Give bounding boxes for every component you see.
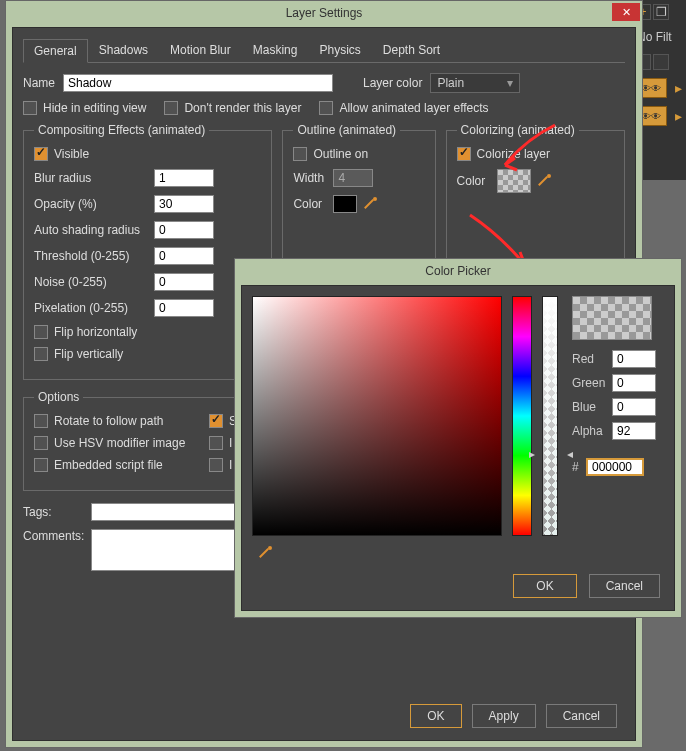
tab-bar: General Shadows Motion Blur Masking Phys… [23, 38, 625, 63]
eyedropper-icon[interactable] [256, 544, 274, 562]
colorize-layer-checkbox[interactable] [457, 147, 471, 161]
compositing-legend: Compositing Effects (animated) [34, 123, 209, 137]
tab-physics[interactable]: Physics [308, 38, 371, 62]
rotate-follow-label: Rotate to follow path [54, 414, 209, 428]
tab-depth-sort[interactable]: Depth Sort [372, 38, 451, 62]
pixelation-label: Pixelation (0-255) [34, 301, 154, 315]
current-color-swatch [572, 296, 652, 340]
threshold-input[interactable] [154, 247, 214, 265]
picker-cancel-button[interactable]: Cancel [589, 574, 660, 598]
hue-slider[interactable] [512, 296, 532, 536]
allow-animated-checkbox[interactable] [319, 101, 333, 115]
blur-radius-input[interactable] [154, 169, 214, 187]
color-picker-title: Color Picker [425, 264, 490, 278]
filter-label: No Filt [637, 30, 680, 44]
ok-button[interactable]: OK [410, 704, 461, 728]
red-label: Red [572, 352, 612, 366]
options-legend: Options [34, 390, 83, 404]
alpha-slider[interactable] [542, 296, 558, 536]
i-checkbox[interactable] [209, 436, 223, 450]
picker-ok-button[interactable]: OK [513, 574, 576, 598]
outline-color-swatch[interactable] [333, 195, 357, 213]
visible-label: Visible [54, 147, 89, 161]
auto-shading-input[interactable] [154, 221, 214, 239]
flip-v-checkbox[interactable] [34, 347, 48, 361]
i2-checkbox[interactable] [209, 458, 223, 472]
opacity-label: Opacity (%) [34, 197, 154, 211]
blue-input[interactable] [612, 398, 656, 416]
hide-in-editing-checkbox[interactable] [23, 101, 37, 115]
allow-animated-label: Allow animated layer effects [339, 101, 488, 115]
outline-width-input[interactable] [333, 169, 373, 187]
s-checkbox[interactable] [209, 414, 223, 428]
flip-h-checkbox[interactable] [34, 325, 48, 339]
red-input[interactable] [612, 350, 656, 368]
blue-label: Blue [572, 400, 612, 414]
threshold-label: Threshold (0-255) [34, 249, 154, 263]
auto-shading-label: Auto shading radius [34, 223, 154, 237]
layer-color-label: Layer color [363, 76, 422, 90]
outline-on-checkbox[interactable] [293, 147, 307, 161]
opacity-input[interactable] [154, 195, 214, 213]
tags-label: Tags: [23, 505, 83, 519]
blur-radius-label: Blur radius [34, 171, 154, 185]
name-input[interactable] [63, 74, 333, 92]
color-gradient-field[interactable] [252, 296, 502, 536]
flip-h-label: Flip horizontally [54, 325, 137, 339]
name-label: Name [23, 76, 55, 90]
dont-render-label: Don't render this layer [184, 101, 301, 115]
noise-label: Noise (0-255) [34, 275, 154, 289]
flip-v-label: Flip vertically [54, 347, 123, 361]
embedded-checkbox[interactable] [34, 458, 48, 472]
hex-input[interactable] [586, 458, 644, 476]
outline-on-label: Outline on [313, 147, 368, 161]
comments-label: Comments: [23, 529, 83, 543]
eyedropper-icon[interactable] [361, 195, 379, 213]
green-label: Green [572, 376, 612, 390]
play-icon[interactable]: ▸ [675, 80, 682, 96]
color-picker-window: Color Picker Red Green Blue Alpha # OK C… [234, 258, 682, 618]
tab-general[interactable]: General [23, 39, 88, 63]
outline-width-label: Width [293, 171, 333, 185]
play-icon[interactable]: ▸ [675, 108, 682, 124]
tab-motion-blur[interactable]: Motion Blur [159, 38, 242, 62]
alpha-handle[interactable] [539, 453, 563, 461]
hex-label: # [572, 460, 586, 474]
i-label: I [229, 436, 232, 450]
dont-render-checkbox[interactable] [164, 101, 178, 115]
noise-input[interactable] [154, 273, 214, 291]
hide-in-editing-label: Hide in editing view [43, 101, 146, 115]
hsv-checkbox[interactable] [34, 436, 48, 450]
visible-checkbox[interactable] [34, 147, 48, 161]
pixelation-input[interactable] [154, 299, 214, 317]
rotate-follow-checkbox[interactable] [34, 414, 48, 428]
annotation-arrow [495, 120, 565, 180]
layer-square-icon[interactable] [653, 54, 669, 70]
layer-settings-titlebar: Layer Settings ✕ [6, 1, 642, 25]
alpha-label: Alpha [572, 424, 612, 438]
window-title: Layer Settings [286, 6, 363, 20]
close-button[interactable]: ✕ [612, 3, 640, 21]
tab-shadows[interactable]: Shadows [88, 38, 159, 62]
colorizing-color-label: Color [457, 174, 497, 188]
color-picker-titlebar: Color Picker [235, 259, 681, 283]
apply-button[interactable]: Apply [472, 704, 536, 728]
embedded-label: Embedded script file [54, 458, 209, 472]
outline-legend: Outline (animated) [293, 123, 400, 137]
hsv-label: Use HSV modifier image [54, 436, 209, 450]
cancel-button[interactable]: Cancel [546, 704, 617, 728]
dup-layer-icon[interactable]: ❐ [653, 4, 669, 20]
alpha-input[interactable] [612, 422, 656, 440]
layer-color-select[interactable]: Plain [430, 73, 520, 93]
outline-color-label: Color [293, 197, 333, 211]
green-input[interactable] [612, 374, 656, 392]
tab-masking[interactable]: Masking [242, 38, 309, 62]
i2-label: I [229, 458, 232, 472]
